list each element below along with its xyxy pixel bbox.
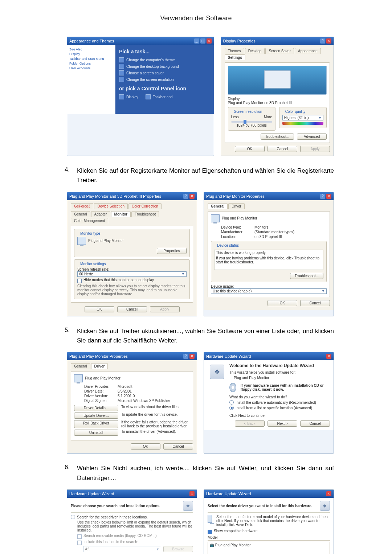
- monitor-icon: [208, 515, 212, 523]
- ok-button[interactable]: OK: [235, 146, 265, 152]
- step-6: 6. Wählen Sie Nicht suchen, ich werde...…: [58, 464, 334, 483]
- update-driver-button[interactable]: Update Driver...: [74, 413, 118, 419]
- step-text: Klicken Sie auf Treiber aktualisieren...…: [77, 327, 334, 346]
- sidebar-item[interactable]: User Accounts: [69, 66, 113, 70]
- properties-button[interactable]: Properties: [157, 248, 187, 254]
- select-driver-note: Select the manufacturer and model of you…: [216, 515, 330, 527]
- rollback-driver-button[interactable]: Roll Back Driver: [74, 420, 118, 428]
- update-driver-desc: To update the driver for this device.: [121, 413, 190, 419]
- tab-adapter[interactable]: Adapter: [91, 211, 110, 217]
- apply-button[interactable]: Apply: [300, 146, 330, 152]
- tab-color-mgmt[interactable]: Color Management: [71, 218, 108, 223]
- hide-modes-note: Clearing this check box allows you to se…: [77, 284, 187, 296]
- refresh-label: Screen refresh rate:: [77, 267, 187, 271]
- display-properties-screenshot: Display Properties ? × Themes Desktop Sc…: [221, 37, 334, 156]
- refresh-select[interactable]: 60 Hertz▼: [77, 271, 187, 277]
- troubleshoot-button[interactable]: Troubleshoot...: [290, 273, 323, 279]
- taskbar-icon: [146, 94, 151, 99]
- show-compatible-checkbox[interactable]: Show compatible hardware: [208, 529, 330, 534]
- cp-icon-item[interactable]: Display Taskbar and: [119, 94, 210, 99]
- help-icon[interactable]: ?: [320, 38, 325, 44]
- hide-modes-checkbox[interactable]: Hide modes that this monitor cannot disp…: [77, 278, 187, 283]
- close-icon[interactable]: ×: [326, 491, 331, 496]
- driver-date-value: 6/6/2001: [118, 389, 132, 393]
- cancel-button[interactable]: Cancel: [117, 306, 147, 312]
- apply-button[interactable]: Apply: [150, 306, 180, 312]
- sidebar-item[interactable]: Taskbar and Start Menu: [69, 57, 113, 61]
- task-item[interactable]: Change the computer's theme: [119, 57, 210, 62]
- radio-search[interactable]: Search for the best driver in these loca…: [71, 515, 193, 519]
- help-icon[interactable]: ?: [183, 194, 188, 199]
- res-more: More: [264, 115, 272, 119]
- task-item[interactable]: Change the screen resolution: [119, 77, 210, 82]
- manufacturer-label: Manufacturer:: [221, 230, 254, 234]
- task-item[interactable]: Choose a screen saver: [119, 70, 210, 75]
- troubleshoot-button[interactable]: Troubleshoot...: [261, 134, 294, 140]
- wizard-search-options-screenshot: Hardware Update Wizard× Please choose yo…: [67, 489, 197, 554]
- task-icon: [119, 77, 124, 82]
- uninstall-desc: To uninstall the driver (Advanced).: [121, 430, 190, 436]
- ok-button[interactable]: OK: [268, 300, 297, 306]
- tab-device-selection[interactable]: Device Selection: [94, 203, 127, 209]
- model-list-item[interactable]: 📺 Plug and Play Monitor: [210, 543, 251, 547]
- resolution-slider[interactable]: [231, 121, 272, 123]
- tab-driver[interactable]: Driver: [91, 363, 108, 369]
- tab-monitor[interactable]: Monitor: [111, 211, 131, 217]
- tab-appearance[interactable]: Appearance: [295, 48, 321, 54]
- wizard-radio-auto[interactable]: Install the software automatically (Reco…: [229, 400, 330, 405]
- tab-screensaver[interactable]: Screen Saver: [265, 48, 294, 54]
- sidebar-item[interactable]: See Also: [69, 48, 113, 51]
- close-icon[interactable]: ×: [189, 354, 195, 359]
- wizard-icon: ❖: [210, 365, 224, 379]
- next-button[interactable]: Next >: [268, 420, 297, 427]
- sidebar-item[interactable]: Folder Options: [69, 62, 113, 65]
- device-usage-select[interactable]: Use this device (enable)▼: [211, 288, 327, 294]
- close-icon[interactable]: ×: [326, 354, 331, 359]
- close-icon[interactable]: ×: [326, 194, 331, 199]
- wizard-radio-list[interactable]: Install from a list or specific location…: [229, 406, 330, 410]
- model-list[interactable]: 📺 Plug and Play Monitor: [208, 542, 330, 554]
- wizard-select-driver-screenshot: Hardware Update Wizard× Select the devic…: [204, 489, 334, 554]
- driver-date-label: Driver Date:: [84, 389, 118, 393]
- tab-general[interactable]: General: [71, 363, 90, 369]
- driver-details-button[interactable]: Driver Details...: [74, 405, 118, 411]
- tab-general[interactable]: General: [208, 203, 228, 209]
- driver-version-label: Driver Version:: [84, 394, 118, 398]
- close-icon[interactable]: ×: [207, 38, 212, 44]
- uninstall-button[interactable]: Uninstall: [74, 430, 118, 436]
- device-status-note: If you are having problems with this dev…: [216, 256, 322, 264]
- advanced-button[interactable]: Advanced: [297, 134, 327, 140]
- close-icon[interactable]: ×: [326, 38, 331, 44]
- task-item[interactable]: Change the desktop background: [119, 64, 210, 69]
- device-type-value: Monitors: [254, 225, 268, 229]
- close-icon[interactable]: ×: [189, 491, 195, 496]
- tab-desktop[interactable]: Desktop: [245, 48, 265, 54]
- tab-color-correction[interactable]: Color Correction: [128, 203, 162, 209]
- tab-settings[interactable]: Settings: [225, 54, 245, 60]
- quality-select[interactable]: Highest (32 bit)▼: [282, 115, 323, 120]
- cancel-button[interactable]: Cancel: [163, 443, 193, 450]
- device-status-text: This device is working properly.: [216, 251, 322, 255]
- rollback-driver-desc: If the device fails after updating the d…: [121, 420, 190, 428]
- close-icon[interactable]: ×: [189, 194, 195, 199]
- maximize-icon[interactable]: □: [200, 38, 205, 44]
- cancel-button[interactable]: Cancel: [300, 300, 330, 306]
- tab-themes[interactable]: Themes: [225, 48, 244, 54]
- ok-button[interactable]: OK: [131, 443, 160, 450]
- help-icon[interactable]: ?: [320, 194, 325, 199]
- driver-provider-label: Driver Provider:: [84, 385, 118, 389]
- help-icon[interactable]: ?: [183, 354, 188, 359]
- tab-geforce[interactable]: GeForce3: [71, 203, 93, 209]
- sidebar-item[interactable]: Display: [69, 52, 113, 56]
- ok-button[interactable]: OK: [85, 306, 114, 312]
- tab-general[interactable]: General: [71, 211, 90, 217]
- back-button[interactable]: < Back: [235, 420, 265, 427]
- minimize-icon[interactable]: _: [194, 38, 199, 44]
- window-title: Plug and Play Monitor Properties: [69, 354, 128, 358]
- monitor-general-screenshot: Plug and Play Monitor Properties?× Gener…: [204, 192, 334, 316]
- wizard-subheading: Please choose your search and installati…: [71, 504, 160, 508]
- tab-troubleshoot[interactable]: Troubleshoot: [131, 211, 159, 217]
- cancel-button[interactable]: Cancel: [268, 146, 297, 152]
- tab-driver[interactable]: Driver: [228, 203, 245, 209]
- cancel-button[interactable]: Cancel: [300, 420, 330, 427]
